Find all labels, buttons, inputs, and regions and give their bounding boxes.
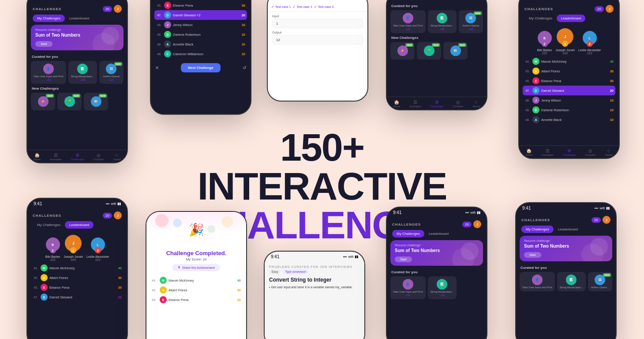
name-bl-darrell: Darrell Steward [49,295,116,299]
lb-list-bl: 44. M Marvin McKinney 40 45. A Albert Fl… [27,263,127,302]
curated-rc-label-2: String Manipulatio... [431,24,454,27]
curated-rc-3[interactable]: NEW 🔢 Arithm Operat +20 [459,10,483,33]
name-darlene2: Darlene Robertson [541,108,608,112]
cc-name-eleanor: Eleanor Pena [168,298,236,302]
lb-name-jenny: Jenny Wilson [173,23,240,27]
nav-examples[interactable]: ☰Examples [50,153,61,161]
tab-tr-lb[interactable]: Leaderboard [557,15,585,22]
curated-bcr-2[interactable]: 📝 String Manipulatio... +30 [428,276,457,299]
nav-challenges[interactable]: ⚙Challenges [71,153,84,161]
curated-card-2[interactable]: 📝 String Manipulatio... +30 [68,61,97,84]
curated-icon-2: 📝 [77,64,88,74]
nav-compiler[interactable]: ◎Compiler [94,153,104,161]
curated-br-label-1: Take User Input and Print [522,286,552,289]
nav-saved[interactable]: ☆Saved [113,153,120,161]
nav-tr-challenges[interactable]: ⚙Challenges [563,148,576,156]
tab-my-challenges[interactable]: My Challenges [33,15,65,22]
nav-tr-home[interactable]: 🏠Home [525,148,532,156]
nc-rc-3[interactable]: NEW 🔤 [443,42,468,60]
lb-rank-annette: 48. [156,43,162,46]
curated-rc-plus-3: +20 [468,28,473,30]
curated-scroll-rc: 👤 Take User Input and Print +10 📝 String… [387,9,487,34]
lb-rank: 45. [156,4,162,7]
lb-row-darlene: 48. D Darlene Robertson 10 [154,30,247,39]
tab-bcr-my[interactable]: My Challenges [392,230,424,237]
resume-btn-br[interactable]: Start [524,252,541,258]
nc-new-2: NEW [72,94,80,98]
curated-br-3[interactable]: NEW 🔢 Arithm Opera... [588,272,612,291]
lb-tr-albert: 45. A Albert Flores 30 [523,66,615,76]
test-tab-3[interactable]: ✓ Test case 3 [314,5,333,9]
curated-scroll-bcr: 👤 Take User Input and Print +10 📝 String… [387,275,487,300]
bottom-nav-rc: 🏠Home ☰Examples ⚙Challenges ◎Compiler ☆S… [387,97,487,109]
lb-score-darlene: 10 [242,33,245,37]
completed-title: Challenge Completed. [146,247,246,257]
curated-plus-1: +10 [46,79,51,81]
nc-rc-2[interactable]: NEW 🧩 [417,42,441,60]
nc-card-2[interactable]: NEW 🧩 [57,93,82,110]
tag-easy: Easy [269,269,281,274]
resume-start-btn[interactable]: Start [35,41,52,47]
next-challenge-btn[interactable]: Next Challenge [181,63,221,72]
new-badge-br: NEW [603,273,611,277]
nav-tr-saved[interactable]: ☆Saved [605,148,612,156]
tab-br-my[interactable]: My Challenges [521,226,554,233]
tabs-tr: My Challenges Leaderboard [519,15,619,22]
time-br: 9:41 [522,206,531,211]
tabs-bl: My Challenges Leaderboard [27,221,127,229]
curated-rc-1[interactable]: 👤 Take User Input and Print +10 [390,10,426,33]
lb-row-jenny: 48. J Jenny Wilson 10 [154,20,247,30]
resume-btn-bcr[interactable]: Start [395,256,412,262]
tab-bl-lb[interactable]: Leaderboard [65,221,94,229]
score-darrell2: 20 [610,89,614,93]
phone-bottom-right: 9:41 ▪▪▪wifi▮▮ CHALLENGES 20 J My Challe… [515,202,617,339]
nav-rc-saved[interactable]: ☆Saved [472,100,480,108]
time-bc: 9:41 [271,254,279,259]
nav-rc-challenges[interactable]: ⚙Challenges [431,100,444,108]
main-line1: 150+ INTERACTIVE [168,128,476,206]
curated-bcr-1[interactable]: 👤 Take User Input and Print +10 [390,276,426,299]
nav-tr-examples[interactable]: ☰Examples [542,148,553,156]
tag-row: Easy Type conversion [265,269,364,277]
curated-rc-2[interactable]: 📝 String Manipulatio... +30 [428,10,457,33]
tab-leaderboard[interactable]: Leaderboard [65,15,94,22]
cc-score-marvin: 40 [237,279,241,282]
av-annette2: A [532,116,539,123]
test-tab-1[interactable]: ✓ Test case 1 [271,5,291,9]
nc-card-1[interactable]: NEW ⚡ [31,93,55,110]
time-bl: 9:41 [34,201,42,206]
nc-rc-1[interactable]: NEW ⚡ [390,42,415,60]
nav-tr-compiler[interactable]: ◎Compiler [585,148,596,156]
nav-home[interactable]: 🏠Home [34,153,41,161]
count-br: 20 [592,217,601,223]
curated-card-3[interactable]: NEW 🔢 Arithm Operat +20 [99,61,124,84]
nav-rc-home[interactable]: 🏠Home [393,100,400,108]
av-cc-eleanor: E [160,296,167,303]
tab-bl-my[interactable]: My Challenges [33,221,65,229]
curated-br-1[interactable]: 👤 Take User Input and Print [520,272,555,291]
curated-br-2[interactable]: 📝 String Manipulatio... [557,272,586,291]
top3-name-bibi: Bibi Baden220 [537,49,552,55]
nav-rc-examples[interactable]: ☰Examples [409,100,421,108]
tab-bcr-lb[interactable]: Leaderboard [424,230,453,237]
tab-br-lb[interactable]: Leaderboard [554,226,582,233]
av-albert: A [532,68,539,75]
name-marvin: Marvin McKinney [541,60,608,64]
lb-name-darlene: Darlene Robertson [173,33,240,37]
rank-annette2: 48. [524,118,531,121]
nav-rc-compiler[interactable]: ◎Compiler [453,100,464,108]
confetti-area: 🎉 [146,212,246,247]
rank-bl-1: 1 [70,247,76,253]
rank-marvin: 44. [524,60,531,63]
tab-tr-my[interactable]: My Challenges [524,15,557,22]
input-label: Input [272,15,363,18]
score-bl-darrell: 20 [118,295,122,299]
share-btn[interactable]: ⬆ Share this Achievement [172,264,220,271]
curated-card-1[interactable]: 👤 Take User Input and Print +10 [31,61,66,84]
new-challenges-title: New Challenges [27,85,127,92]
test-tab-2[interactable]: ✓ Test case 2 [292,5,312,9]
nc-card-3[interactable]: NEW 🔤 [84,93,108,110]
close-icon[interactable]: ✕ [155,65,159,70]
refresh-icon[interactable]: ↺ [243,65,246,70]
tabs-row: My Challenges Leaderboard [27,15,127,22]
